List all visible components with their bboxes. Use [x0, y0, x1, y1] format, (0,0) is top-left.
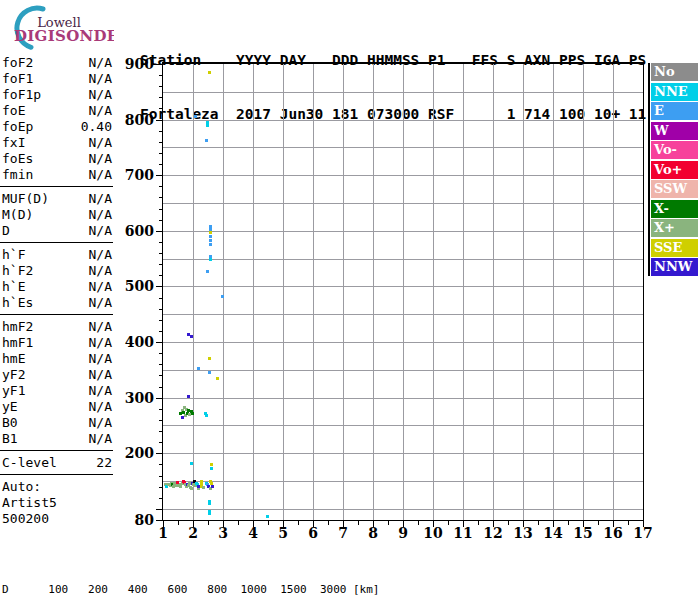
- data-point: [266, 515, 269, 518]
- y-axis-tick: [156, 64, 162, 65]
- gridline-vertical: [343, 64, 344, 520]
- y-axis-tick: [156, 231, 162, 232]
- legend-item: E: [651, 102, 698, 120]
- y-axis-tick: [159, 476, 162, 477]
- y-axis-tick: [159, 253, 162, 254]
- legend-item: SSW: [651, 180, 698, 198]
- y-axis-tick: [156, 509, 162, 510]
- gridline-horizontal: [163, 342, 643, 343]
- x-axis-tick-label: 17: [628, 525, 658, 541]
- x-axis-tick-label: 14: [538, 525, 568, 541]
- gridline-horizontal: [163, 453, 643, 454]
- gridline-vertical: [403, 64, 404, 520]
- data-point: [210, 467, 213, 470]
- data-point: [211, 485, 214, 488]
- x-axis-tick-label: 11: [448, 525, 478, 541]
- legend-item: SSE: [651, 239, 698, 257]
- y-axis-tick: [159, 186, 162, 187]
- data-point: [209, 258, 212, 261]
- y-axis-tick: [159, 309, 162, 310]
- x-axis-tick-label: 3: [208, 525, 238, 541]
- y-axis-tick: [159, 409, 162, 410]
- gridline-horizontal: [163, 314, 643, 315]
- data-point: [208, 512, 211, 515]
- x-axis-tick-label: 16: [598, 525, 628, 541]
- data-point: [205, 139, 208, 142]
- y-axis-tick: [159, 131, 162, 132]
- ionogram-plot: 1234567891011121314151617900800700600500…: [0, 0, 700, 600]
- x-axis-tick-label: 4: [238, 525, 268, 541]
- gridline-vertical: [523, 64, 524, 520]
- y-axis-tick-label: 900: [116, 56, 154, 72]
- gridline-vertical: [463, 64, 464, 520]
- y-axis-tick: [159, 298, 162, 299]
- x-axis-tick-label: 8: [358, 525, 388, 541]
- legend-item: X+: [651, 219, 698, 237]
- data-point: [216, 377, 219, 380]
- data-point: [209, 239, 212, 242]
- x-axis-tick-label: 7: [328, 525, 358, 541]
- data-point: [206, 124, 209, 127]
- y-axis-tick: [159, 142, 162, 143]
- gridline-vertical: [283, 64, 284, 520]
- y-axis-tick: [159, 498, 162, 499]
- y-axis-tick: [159, 442, 162, 443]
- y-axis-tick: [159, 264, 162, 265]
- gridline-horizontal: [163, 259, 643, 260]
- x-axis-tick-label: 6: [298, 525, 328, 541]
- legend-item: NNW: [651, 258, 698, 276]
- data-point: [190, 462, 193, 465]
- y-axis-tick: [159, 86, 162, 87]
- y-axis-tick: [159, 387, 162, 388]
- gridline-vertical: [373, 64, 374, 520]
- legend-item: W: [651, 122, 698, 140]
- y-axis-tick: [159, 75, 162, 76]
- y-axis-tick-label: 600: [116, 223, 154, 239]
- data-point: [197, 367, 200, 370]
- y-axis-tick: [159, 364, 162, 365]
- data-point: [190, 487, 193, 490]
- x-axis-tick-label: 10: [418, 525, 448, 541]
- x-axis-tick-label: 12: [478, 525, 508, 541]
- y-axis-tick-label: 200: [116, 445, 154, 461]
- x-axis-tick-label: 5: [268, 525, 298, 541]
- data-point: [194, 115, 197, 118]
- plot-frame-line: [643, 62, 644, 521]
- gridline-vertical: [613, 64, 614, 520]
- y-axis-tick: [159, 331, 162, 332]
- legend-item: X-: [651, 200, 698, 218]
- data-point: [221, 295, 224, 298]
- y-axis-tick: [159, 97, 162, 98]
- y-axis-tick: [159, 275, 162, 276]
- data-point: [206, 270, 209, 273]
- footer-block: D 100 200 400 600 800 1000 1500 3000 [km…: [2, 555, 664, 600]
- y-axis-tick-label: 80: [116, 512, 154, 528]
- gridline-vertical: [433, 64, 434, 520]
- x-axis-tick-label: 9: [388, 525, 418, 541]
- y-axis-tick: [159, 153, 162, 154]
- data-point: [209, 235, 212, 238]
- y-axis-tick: [156, 120, 162, 121]
- data-point: [205, 414, 208, 417]
- echo-type-legend: No ValNNEEWVo-Vo+SSWX-X+SSENNW: [648, 63, 698, 276]
- gridline-horizontal: [163, 398, 643, 399]
- y-axis-tick: [159, 108, 162, 109]
- gridline-vertical: [493, 64, 494, 520]
- legend-item: No Val: [651, 63, 698, 81]
- y-axis-tick: [159, 220, 162, 221]
- data-point: [187, 395, 190, 398]
- y-axis-tick: [159, 431, 162, 432]
- data-point: [179, 485, 182, 488]
- data-point: [191, 412, 194, 415]
- y-axis-tick-label: 300: [116, 390, 154, 406]
- data-point: [208, 357, 211, 360]
- gridline-horizontal: [163, 481, 643, 482]
- y-axis-tick: [159, 353, 162, 354]
- digisonde-ionogram-view: Lowell DIGISONDE Station YYYY DAY DDD HH…: [0, 0, 700, 600]
- data-point: [190, 335, 193, 338]
- data-point: [208, 71, 211, 74]
- gridline-horizontal: [163, 370, 643, 371]
- y-axis-tick: [159, 320, 162, 321]
- data-point: [208, 371, 211, 374]
- y-axis-tick-label: 400: [116, 334, 154, 350]
